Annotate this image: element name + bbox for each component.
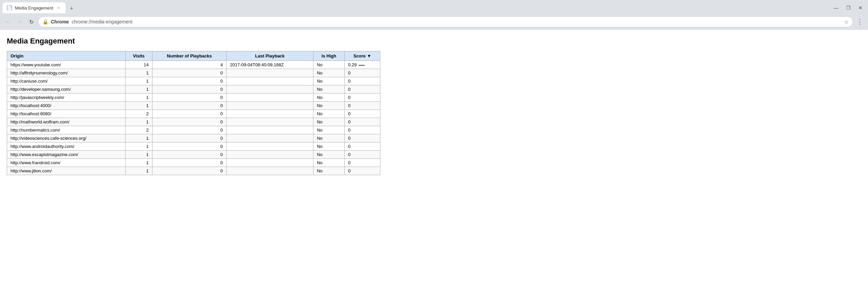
table-row: http://videosciences.cafe-sciences.org/ … xyxy=(7,134,380,142)
cell-origin: http://developer.samsung.com/ xyxy=(7,85,126,94)
cell-origin: http://www.frandroid.com/ xyxy=(7,159,126,167)
cell-score: 0 xyxy=(344,118,380,126)
cell-score: 0 xyxy=(344,94,380,102)
cell-visits: 1 xyxy=(125,134,152,142)
chrome-label: Chrome xyxy=(51,19,69,24)
address-bar[interactable]: 🔒 Chrome chrome://media-engagement ☆ xyxy=(38,16,853,27)
browser-chrome: 📄 Media Engagement × + — ❐ ✕ ← → ↻ 🔒 Chr… xyxy=(0,0,868,30)
cell-is-high: No xyxy=(313,126,345,134)
cell-visits: 14 xyxy=(125,61,152,69)
browser-menu-button[interactable]: ⋮ xyxy=(855,17,865,27)
active-tab[interactable]: 📄 Media Engagement × xyxy=(3,2,66,13)
tab-favicon: 📄 xyxy=(7,5,12,11)
minimize-button[interactable]: — xyxy=(831,3,841,13)
cell-is-high: No xyxy=(313,118,345,126)
table-row: http://developer.samsung.com/ 1 0 No 0 xyxy=(7,85,380,94)
cell-last-playback xyxy=(227,69,313,77)
cell-visits: 1 xyxy=(125,142,152,151)
cell-is-high: No xyxy=(313,102,345,110)
cell-visits: 1 xyxy=(125,85,152,94)
cell-last-playback xyxy=(227,151,313,159)
media-engagement-table: Origin Visits Number of Playbacks Last P… xyxy=(7,51,380,175)
cell-origin: http://localhost:8080/ xyxy=(7,110,126,118)
cell-origin: http://www.escapistmagazine.com/ xyxy=(7,151,126,159)
table-row: http://numbermatics.com/ 2 0 No 0 xyxy=(7,126,380,134)
cell-playbacks: 0 xyxy=(152,151,227,159)
cell-score: 0 xyxy=(344,159,380,167)
cell-score: 0 xyxy=(344,110,380,118)
header-score[interactable]: Score ▼ xyxy=(344,51,380,61)
cell-last-playback xyxy=(227,126,313,134)
cell-playbacks: 4 xyxy=(152,61,227,69)
table-row: http://www.androidauthority.com/ 1 0 No … xyxy=(7,142,380,151)
maximize-button[interactable]: ❐ xyxy=(844,3,853,13)
window-controls: — ❐ ✕ xyxy=(831,3,865,13)
cell-visits: 2 xyxy=(125,110,152,118)
cell-is-high: No xyxy=(313,85,345,94)
tab-close-button[interactable]: × xyxy=(56,5,61,11)
cell-last-playback xyxy=(227,94,313,102)
cell-origin: http://caniuse.com/ xyxy=(7,77,126,85)
table-row: http://www.escapistmagazine.com/ 1 0 No … xyxy=(7,151,380,159)
cell-origin: http://www.androidauthority.com/ xyxy=(7,142,126,151)
cell-playbacks: 0 xyxy=(152,159,227,167)
cell-last-playback xyxy=(227,85,313,94)
cell-score: 0 xyxy=(344,85,380,94)
cell-last-playback xyxy=(227,159,313,167)
header-visits: Visits xyxy=(125,51,152,61)
cell-last-playback xyxy=(227,134,313,142)
table-row: http://www.jilion.com/ 1 0 No 0 xyxy=(7,167,380,175)
close-button[interactable]: ✕ xyxy=(856,3,865,13)
tab-title: Media Engagement xyxy=(15,5,53,11)
cell-score: 0 xyxy=(344,134,380,142)
cell-origin: http://mathworld.wolfram.com/ xyxy=(7,118,126,126)
cell-playbacks: 0 xyxy=(152,142,227,151)
refresh-button[interactable]: ↻ xyxy=(26,17,36,27)
cell-is-high: No xyxy=(313,69,345,77)
url-display: chrome://media-engagement xyxy=(72,19,132,24)
cell-playbacks: 0 xyxy=(152,167,227,175)
table-row: http://caniuse.com/ 1 0 No 0 xyxy=(7,77,380,85)
cell-score: 0 xyxy=(344,142,380,151)
cell-is-high: No xyxy=(313,151,345,159)
header-playbacks: Number of Playbacks xyxy=(152,51,227,61)
header-is-high: Is High xyxy=(313,51,345,61)
score-dash xyxy=(359,65,365,66)
cell-visits: 1 xyxy=(125,94,152,102)
new-tab-button[interactable]: + xyxy=(67,4,76,13)
cell-origin: https://www.youtube.com/ xyxy=(7,61,126,69)
cell-last-playback xyxy=(227,110,313,118)
header-last-playback: Last Playback xyxy=(227,51,313,61)
address-bar-row: ← → ↻ 🔒 Chrome chrome://media-engagement… xyxy=(0,14,868,30)
cell-playbacks: 0 xyxy=(152,85,227,94)
cell-visits: 1 xyxy=(125,102,152,110)
cell-last-playback xyxy=(227,167,313,175)
cell-score: 0 xyxy=(344,102,380,110)
cell-score: 0.29 xyxy=(344,61,380,69)
bookmark-star-icon[interactable]: ☆ xyxy=(844,19,849,25)
forward-button[interactable]: → xyxy=(15,17,24,27)
cell-visits: 1 xyxy=(125,69,152,77)
cell-origin: http://videosciences.cafe-sciences.org/ xyxy=(7,134,126,142)
cell-is-high: No xyxy=(313,110,345,118)
cell-origin: http://www.jilion.com/ xyxy=(7,167,126,175)
cell-playbacks: 0 xyxy=(152,110,227,118)
cell-playbacks: 0 xyxy=(152,77,227,85)
cell-visits: 1 xyxy=(125,151,152,159)
back-button[interactable]: ← xyxy=(3,17,13,27)
cell-score: 0 xyxy=(344,151,380,159)
cell-origin: http://affinitynumerology.com/ xyxy=(7,69,126,77)
table-row: http://javascriptweekly.com/ 1 0 No 0 xyxy=(7,94,380,102)
cell-score: 0 xyxy=(344,167,380,175)
cell-is-high: No xyxy=(313,77,345,85)
cell-visits: 1 xyxy=(125,159,152,167)
cell-origin: http://localhost:4000/ xyxy=(7,102,126,110)
tab-strip: 📄 Media Engagement × + xyxy=(3,2,831,13)
table-row: http://localhost:8080/ 2 0 No 0 xyxy=(7,110,380,118)
cell-origin: http://javascriptweekly.com/ xyxy=(7,94,126,102)
cell-playbacks: 0 xyxy=(152,69,227,77)
cell-is-high: No xyxy=(313,167,345,175)
cell-visits: 1 xyxy=(125,77,152,85)
cell-last-playback xyxy=(227,118,313,126)
page-title: Media Engagement xyxy=(7,37,861,46)
